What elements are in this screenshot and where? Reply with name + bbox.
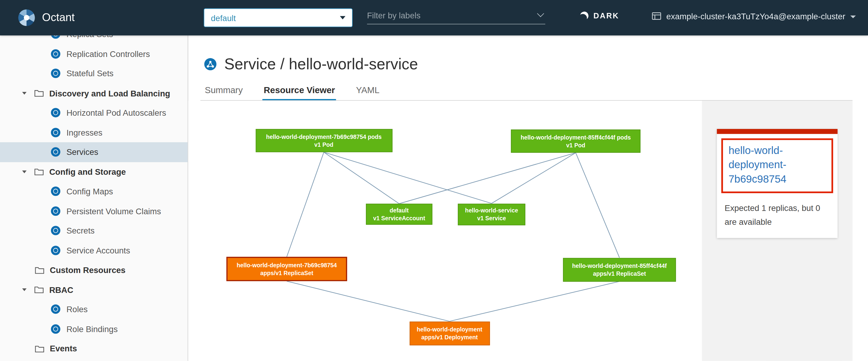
folder-icon [35, 266, 44, 274]
chevron-down-icon[interactable] [22, 170, 27, 173]
sidebar-item-label: Ingresses [66, 128, 102, 137]
graph-node-replicaset-7b69c98754[interactable]: hello-world-deployment-7b69c98754apps/v1… [226, 257, 347, 281]
sidebar-item-role-bindings[interactable]: Role Bindings [0, 319, 188, 339]
tab-summary[interactable]: Summary [204, 84, 244, 101]
sidebar-item-label: Persistent Volume Claims [66, 206, 161, 216]
sidebar-item-label: Discovery and Load Balancing [49, 88, 170, 98]
sidebar-item-roles[interactable]: Roles [0, 299, 188, 319]
sidebar-item-label: Config Maps [66, 187, 113, 196]
node-kind: apps/v1 Deployment [421, 333, 478, 341]
graph-node-serviceaccount-default[interactable]: defaultv1 ServiceAccount [366, 204, 432, 225]
node-name: hello-world-deployment-85ff4cf44f [572, 262, 667, 269]
namespace-select[interactable]: default [204, 8, 352, 27]
sidebar-item-secrets[interactable]: Secrets [0, 221, 188, 240]
node-name: hello-world-deployment-7b69c98754 pods [266, 133, 382, 141]
graph-node-service-hello-world-service[interactable]: hello-world-servicev1 Service [458, 203, 525, 225]
sidebar-item-label: Secrets [66, 226, 94, 235]
services-icon [51, 147, 60, 157]
service-icon [204, 58, 217, 71]
chevron-down-icon[interactable] [22, 92, 27, 94]
ingresses-icon [51, 128, 60, 137]
detail-status-message: Expected 1 replicas, but 0 are available [717, 197, 838, 238]
theme-toggle[interactable]: DARK [580, 11, 619, 20]
sidebar-item-persistent-volume-claims[interactable]: Persistent Volume Claims [0, 201, 188, 221]
tab-resource-viewer[interactable]: Resource Viewer [262, 84, 336, 101]
sidebar-item-label: Replica Sets [66, 36, 113, 39]
sidebar-item-services[interactable]: Services [0, 142, 188, 162]
detail-panel: hello-world-deployment-7b69c98754 Expect… [702, 101, 852, 361]
app-header: Octant default DARK example-cluster-ka3T… [0, 0, 868, 36]
detail-node-link[interactable]: hello-world-deployment-7b69c98754 [728, 143, 826, 187]
app-title: Octant [42, 11, 75, 24]
roles-icon [51, 305, 60, 314]
tab-yaml[interactable]: YAML [355, 84, 381, 101]
status-error-bar [717, 129, 838, 134]
folder-icon [35, 345, 44, 353]
persistent-volume-claims-icon [51, 206, 60, 216]
tab-bar: Summary Resource Viewer YAML [204, 84, 399, 101]
octant-logo-icon [19, 9, 35, 26]
sidebar-item-stateful-sets[interactable]: Stateful Sets [0, 64, 188, 83]
replication-controllers-icon [51, 49, 60, 59]
label-filter-input[interactable] [367, 10, 538, 20]
label-filter [367, 7, 545, 24]
service-accounts-icon [51, 245, 60, 255]
cluster-icon [651, 11, 661, 21]
secrets-icon [51, 226, 60, 235]
sidebar-item-label: Service Accounts [66, 245, 130, 255]
sidebar-item-label: Role Bindings [66, 324, 118, 334]
folder-icon [34, 168, 44, 176]
node-kind: apps/v1 ReplicaSet [593, 269, 646, 277]
sidebar-nav: Replica SetsReplication ControllersState… [0, 36, 188, 361]
sidebar-item-replication-controllers[interactable]: Replication Controllers [0, 44, 188, 64]
sidebar-item-replica-sets[interactable]: Replica Sets [0, 36, 188, 44]
detail-card: hello-world-deployment-7b69c98754 Expect… [717, 129, 838, 238]
node-name: hello-world-deployment-7b69c98754 [237, 261, 337, 269]
config-maps-icon [51, 187, 60, 196]
graph-node-replicaset-85ff4cf44f[interactable]: hello-world-deployment-85ff4cf44fapps/v1… [563, 258, 676, 282]
chevron-down-icon[interactable] [537, 10, 544, 17]
sidebar-item-label: Stateful Sets [66, 69, 113, 78]
node-name: default [390, 206, 409, 214]
folder-icon [34, 89, 44, 97]
cluster-context-selector[interactable]: example-cluster-ka3TuTzYo4a@example-clus… [651, 11, 856, 21]
graph-node-pod-7b69c98754[interactable]: hello-world-deployment-7b69c98754 podsv1… [255, 129, 393, 152]
namespace-select-value: default [211, 13, 340, 22]
caret-down-icon [340, 16, 345, 19]
theme-toggle-label: DARK [593, 11, 619, 20]
chevron-down-icon[interactable] [22, 288, 27, 291]
sidebar-item-ingresses[interactable]: Ingresses [0, 123, 188, 142]
sidebar-item-label: Config and Storage [49, 167, 126, 176]
node-kind: v1 Service [477, 214, 506, 222]
node-name: hello-world-service [465, 206, 518, 214]
selected-node-box: hello-world-deployment-7b69c98754 [721, 138, 833, 193]
octant-window: Octant default DARK example-cluster-ka3T… [0, 0, 868, 361]
sidebar-item-events[interactable]: Events [0, 339, 188, 358]
node-kind: v1 Pod [566, 141, 585, 149]
sidebar-item-horizontal-pod-autoscalers[interactable]: Horizontal Pod Autoscalers [0, 103, 188, 123]
sidebar-item-label: Custom Resources [50, 265, 125, 274]
node-kind: apps/v1 ReplicaSet [260, 269, 313, 277]
sidebar-item-config-and-storage[interactable]: Config and Storage [0, 162, 188, 182]
page-title: Service / hello-world-service [224, 56, 418, 73]
sidebar-item-label: Services [66, 147, 98, 157]
sidebar-item-label: Roles [66, 305, 87, 314]
sidebar-item-config-maps[interactable]: Config Maps [0, 182, 188, 201]
role-bindings-icon [51, 324, 60, 334]
sidebar-item-rbac[interactable]: RBAC [0, 280, 188, 299]
cluster-context-label: example-cluster-ka3TuTzYo4a@example-clus… [666, 11, 845, 21]
moon-icon [579, 10, 590, 21]
node-name: hello-world-deployment-85ff4cf44f pods [521, 133, 631, 141]
stateful-sets-icon [51, 69, 60, 78]
sidebar-item-label: Events [50, 344, 77, 353]
sidebar-item-custom-resources[interactable]: Custom Resources [0, 260, 188, 280]
sidebar-item-label: RBAC [49, 285, 73, 294]
chevron-down-icon [850, 15, 856, 18]
sidebar-item-service-accounts[interactable]: Service Accounts [0, 240, 188, 260]
node-kind: v1 Pod [314, 141, 333, 149]
sidebar-item-discovery-and-load-balancing[interactable]: Discovery and Load Balancing [0, 83, 188, 103]
graph-node-deployment-hello-world-deployment[interactable]: hello-world-deploymentapps/v1 Deployment [409, 321, 490, 345]
sidebar-item-label: Replication Controllers [66, 49, 150, 59]
node-kind: v1 ServiceAccount [373, 214, 425, 222]
graph-node-pod-85ff4cf44f[interactable]: hello-world-deployment-85ff4cf44f podsv1… [511, 130, 641, 153]
